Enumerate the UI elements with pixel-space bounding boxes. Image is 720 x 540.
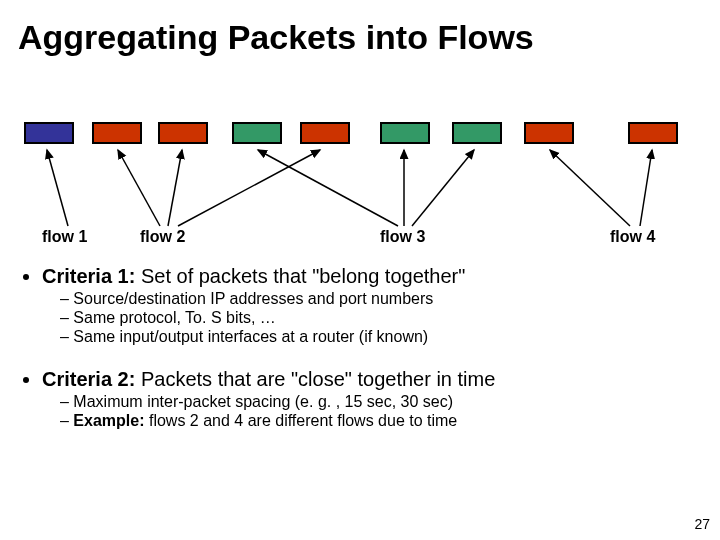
packet-flow3-a xyxy=(232,122,282,144)
packet-flow3-b xyxy=(380,122,430,144)
flow-label-1: flow 1 xyxy=(42,228,87,246)
criteria-2-text: Packets that are "close" together in tim… xyxy=(135,368,495,390)
flow-label-3: flow 3 xyxy=(380,228,425,246)
criteria-2: Criteria 2: Packets that are "close" tog… xyxy=(42,368,692,430)
slide-title: Aggregating Packets into Flows xyxy=(18,18,534,57)
svg-line-0 xyxy=(47,150,68,226)
svg-line-2 xyxy=(168,150,182,226)
criteria-1-sub-3: Same input/output interfaces at a router… xyxy=(60,328,692,346)
criteria-1: Criteria 1: Set of packets that "belong … xyxy=(42,265,692,346)
slide-body: Criteria 1: Set of packets that "belong … xyxy=(22,265,692,444)
page-number: 27 xyxy=(694,516,710,532)
svg-line-8 xyxy=(640,150,652,226)
criteria-2-sub-1: Maximum inter-packet spacing (e. g. , 15… xyxy=(60,393,692,411)
packet-flow2-b xyxy=(158,122,208,144)
packet-flow1 xyxy=(24,122,74,144)
svg-line-4 xyxy=(258,150,398,226)
svg-line-7 xyxy=(550,150,630,226)
svg-line-3 xyxy=(178,150,320,226)
flow-label-4: flow 4 xyxy=(610,228,655,246)
packet-flow4-b xyxy=(628,122,678,144)
svg-line-1 xyxy=(118,150,160,226)
svg-line-6 xyxy=(412,150,474,226)
packet-flow3-c xyxy=(452,122,502,144)
example-label: Example: xyxy=(73,412,144,429)
packet-flow4-a xyxy=(524,122,574,144)
criteria-1-sub-2: Same protocol, To. S bits, … xyxy=(60,309,692,327)
packet-flow2-c xyxy=(300,122,350,144)
criteria-2-label: Criteria 2: xyxy=(42,368,135,390)
criteria-2-sub-2: Example: flows 2 and 4 are different flo… xyxy=(60,412,692,430)
flow-label-2: flow 2 xyxy=(140,228,185,246)
criteria-1-label: Criteria 1: xyxy=(42,265,135,287)
criteria-1-sub-1: Source/destination IP addresses and port… xyxy=(60,290,692,308)
packet-flow2-a xyxy=(92,122,142,144)
criteria-1-text: Set of packets that "belong together" xyxy=(135,265,465,287)
example-text: flows 2 and 4 are different flows due to… xyxy=(144,412,457,429)
flow-arrows xyxy=(0,144,720,234)
